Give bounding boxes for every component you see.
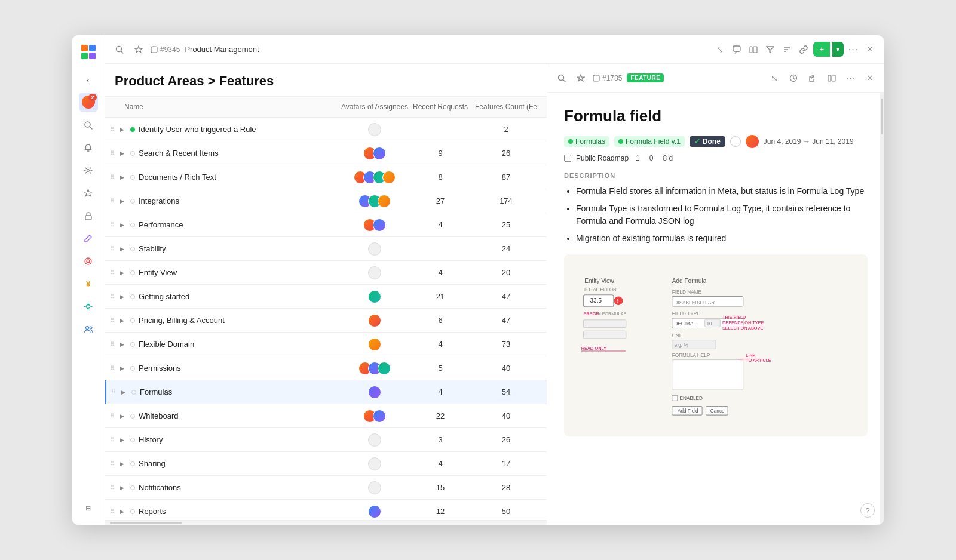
star-icon[interactable] — [79, 183, 98, 202]
detail-search-icon[interactable] — [554, 71, 569, 85]
edit-icon[interactable] — [79, 229, 98, 248]
table-row[interactable]: ⠿▶Pricing, Billing & Account647 — [105, 309, 547, 333]
detail-columns-icon[interactable] — [825, 71, 839, 85]
drag-handle[interactable]: ⠿ — [110, 269, 117, 276]
horizontal-scrollbar[interactable] — [105, 520, 547, 525]
drag-handle[interactable]: ⠿ — [110, 436, 117, 443]
table-row[interactable]: ⠿▶History326 — [105, 428, 547, 452]
search-icon[interactable] — [79, 115, 98, 134]
star-topbar-icon[interactable] — [131, 42, 146, 57]
row-expand-icon[interactable]: ▶ — [117, 507, 127, 516]
drag-handle[interactable]: ⠿ — [110, 317, 117, 324]
row-expand-icon[interactable]: ▶ — [117, 435, 127, 445]
drag-handle[interactable]: ⠿ — [110, 484, 117, 491]
svg-text:FIELD NAME: FIELD NAME — [672, 290, 702, 295]
settings-icon[interactable] — [79, 161, 98, 180]
drag-handle[interactable]: ⠿ — [110, 221, 117, 228]
row-assignees — [339, 219, 410, 232]
sort-icon[interactable] — [780, 42, 794, 57]
detail-history-icon[interactable] — [786, 71, 801, 85]
row-name: Reports — [139, 507, 339, 516]
drag-handle[interactable]: ⠿ — [110, 150, 117, 156]
table-row[interactable]: ⠿▶Documents / Rich Text887 — [105, 165, 547, 189]
drag-handle[interactable]: ⠿ — [110, 293, 117, 300]
table-row[interactable]: ⠿▶Flexible Domain473 — [105, 333, 547, 356]
collapse-icon[interactable]: ‹ — [79, 70, 98, 89]
row-expand-icon[interactable]: ▶ — [117, 459, 127, 469]
bell-icon[interactable] — [79, 138, 98, 157]
table-row[interactable]: ⠿▶Permissions540 — [105, 356, 547, 380]
description-content: Formula Field stores all information in … — [564, 185, 868, 245]
lock-icon[interactable] — [79, 206, 98, 225]
drag-handle[interactable]: ⠿ — [110, 413, 117, 419]
row-expand-icon[interactable]: ▶ — [117, 244, 127, 254]
detail-star-icon[interactable] — [574, 71, 588, 85]
table-row[interactable]: ⠿▶Integrations27174 — [105, 189, 547, 213]
row-expand-icon[interactable]: ▶ — [117, 316, 127, 325]
comment-icon[interactable] — [730, 42, 744, 57]
table-row[interactable]: ⠿▶Notifications1528 — [105, 476, 547, 500]
table-row[interactable]: ⠿▶Identify User who triggered a Rule2 — [105, 118, 547, 141]
drag-handle[interactable]: ⠿ — [110, 460, 117, 467]
col-requests-header: Recent Requests — [410, 103, 470, 111]
row-expand-icon[interactable]: ▶ — [117, 340, 127, 349]
target-icon[interactable] — [79, 251, 98, 270]
table-row[interactable]: ⠿▶Sharing417 — [105, 452, 547, 476]
breadcrumb-formulas: Formulas — [564, 136, 609, 147]
help-button[interactable]: ? — [860, 503, 875, 518]
link-icon[interactable] — [796, 42, 811, 57]
add-chevron-button[interactable]: ▾ — [832, 42, 844, 57]
table-row[interactable]: ⠿▶Entity View420 — [105, 261, 547, 285]
detail-roadmap: Public Roadmap 1 0 8 d — [564, 154, 868, 162]
row-features-count: 47 — [470, 316, 542, 325]
row-features-count: 26 — [470, 435, 542, 444]
table-row[interactable]: ⠿▶Formulas454 — [105, 380, 547, 404]
detail-scrollbar[interactable] — [880, 93, 884, 525]
drag-handle[interactable]: ⠿ — [111, 389, 118, 395]
avatar — [373, 410, 386, 423]
row-expand-icon[interactable]: ▶ — [117, 220, 127, 230]
row-expand-icon[interactable]: ▶ — [117, 483, 127, 493]
detail-close-icon[interactable]: × — [863, 71, 877, 85]
sun-icon[interactable] — [79, 297, 98, 316]
detail-share-icon[interactable] — [805, 71, 820, 85]
people-icon[interactable] — [79, 319, 98, 339]
row-expand-icon[interactable]: ▶ — [117, 411, 127, 421]
columns-icon[interactable] — [746, 42, 761, 57]
row-expand-icon[interactable]: ▶ — [117, 364, 127, 373]
add-button[interactable]: + — [813, 42, 830, 57]
table-row[interactable]: ⠿▶Reports1250 — [105, 500, 547, 520]
table-row[interactable]: ⠿▶Search & Recent Items926 — [105, 141, 547, 165]
drag-handle[interactable]: ⠿ — [110, 508, 117, 515]
avatar-placeholder — [368, 242, 381, 256]
drag-handle[interactable]: ⠿ — [110, 245, 117, 252]
more-options-icon[interactable]: ··· — [846, 42, 860, 57]
table-row[interactable]: ⠿▶Whiteboard2240 — [105, 404, 547, 428]
row-expand-icon[interactable]: ▶ — [117, 196, 127, 206]
search-topbar-icon[interactable] — [112, 42, 127, 57]
detail-more-icon[interactable]: ··· — [844, 71, 858, 85]
row-expand-icon[interactable]: ▶ — [117, 268, 127, 278]
row-status-dot — [130, 270, 135, 275]
table-row[interactable]: ⠿▶Stability24 — [105, 237, 547, 261]
row-expand-icon[interactable]: ▶ — [117, 173, 127, 182]
row-expand-icon[interactable]: ▶ — [117, 292, 127, 301]
currency-icon[interactable]: ¥ — [79, 274, 98, 293]
filter-icon[interactable] — [763, 42, 777, 57]
expand-icon[interactable]: ⤡ — [713, 42, 727, 57]
row-expand-icon[interactable]: ▶ — [117, 149, 127, 158]
drag-handle[interactable]: ⠿ — [110, 198, 117, 204]
row-expand-icon[interactable]: ▶ — [117, 125, 127, 134]
close-topbar-icon[interactable]: × — [863, 42, 877, 57]
horizontal-scroll-thumb — [110, 522, 182, 524]
table-row[interactable]: ⠿▶Getting started2147 — [105, 285, 547, 309]
drag-handle[interactable]: ⠿ — [110, 365, 117, 371]
detail-expand-icon[interactable]: ⤡ — [767, 71, 782, 85]
expand-grid-icon[interactable]: ⊞ — [79, 499, 98, 518]
row-expand-icon[interactable]: ▶ — [118, 387, 128, 397]
drag-handle[interactable]: ⠿ — [110, 126, 117, 133]
drag-handle[interactable]: ⠿ — [110, 174, 117, 180]
table-row[interactable]: ⠿▶Performance425 — [105, 213, 547, 237]
sketch-image: Entity View TOTAL EFFORT 33.5 ! ERROR IN… — [564, 254, 868, 436]
drag-handle[interactable]: ⠿ — [110, 341, 117, 347]
